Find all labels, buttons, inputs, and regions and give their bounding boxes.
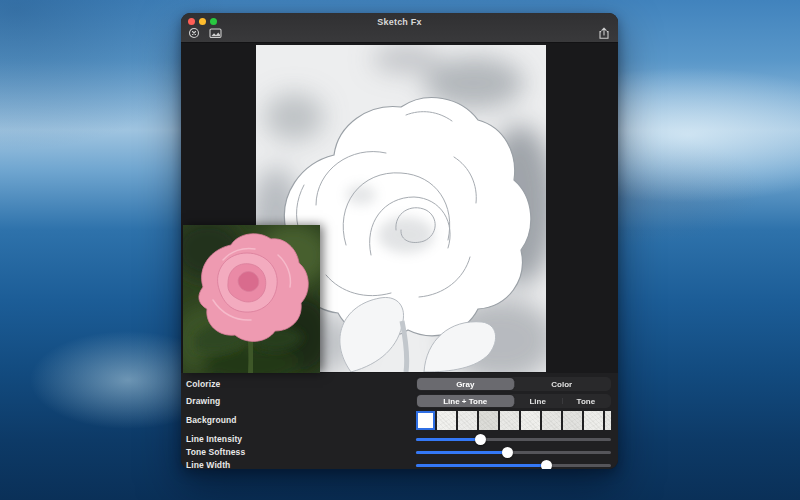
colorize-label: Colorize	[186, 379, 220, 389]
share-icon	[598, 27, 610, 40]
colorize-row: Colorize Gray Color	[186, 377, 611, 391]
colorize-option-color[interactable]: Color	[514, 378, 611, 390]
background-swatch[interactable]	[437, 411, 456, 430]
drawing-option-tone[interactable]: Tone	[562, 395, 610, 407]
background-row: Background	[186, 410, 611, 430]
line-intensity-row: Line Intensity	[186, 433, 611, 445]
background-swatch[interactable]	[416, 411, 435, 430]
open-image-button[interactable]	[209, 27, 222, 39]
background-swatch[interactable]	[521, 411, 540, 430]
drawing-row: Drawing Line + Tone Line Tone	[186, 394, 611, 408]
background-swatch[interactable]	[458, 411, 477, 430]
line-intensity-label: Line Intensity	[186, 434, 242, 444]
app-window: Sketch Fx	[181, 13, 618, 469]
titlebar: Sketch Fx	[181, 13, 618, 26]
background-swatch[interactable]	[584, 411, 603, 430]
tone-softness-row: Tone Softness	[186, 446, 611, 458]
tone-softness-label: Tone Softness	[186, 447, 245, 457]
controls-panel: Colorize Gray Color Drawing Line + Tone …	[181, 373, 618, 469]
cancel-icon	[188, 27, 200, 39]
desktop: { "window": { "title": "Sketch Fx" }, "t…	[0, 0, 800, 500]
slider-knob[interactable]	[502, 447, 513, 458]
slider-knob[interactable]	[475, 434, 486, 445]
line-intensity-slider[interactable]	[416, 433, 611, 445]
background-label: Background	[186, 415, 237, 425]
line-width-slider[interactable]	[416, 459, 611, 469]
drawing-option-line[interactable]: Line	[514, 395, 562, 407]
original-photo-thumbnail	[183, 225, 320, 373]
background-swatch[interactable]	[479, 411, 498, 430]
image-picker-icon	[209, 27, 222, 39]
line-width-row: Line Width	[186, 459, 611, 469]
background-swatch[interactable]	[605, 411, 611, 430]
drawing-segmented-control: Line + Tone Line Tone	[416, 394, 611, 408]
line-width-label: Line Width	[186, 460, 230, 469]
window-chrome: Sketch Fx	[181, 13, 618, 43]
drawing-option-line-tone[interactable]: Line + Tone	[417, 395, 514, 407]
colorize-option-gray[interactable]: Gray	[417, 378, 514, 390]
window-title: Sketch Fx	[181, 17, 618, 27]
background-swatch[interactable]	[542, 411, 561, 430]
drawing-label: Drawing	[186, 396, 220, 406]
tone-softness-slider[interactable]	[416, 446, 611, 458]
colorize-segmented-control: Gray Color	[416, 377, 611, 391]
background-swatch-strip	[416, 411, 611, 430]
background-swatch[interactable]	[563, 411, 582, 430]
toolbar	[181, 26, 618, 42]
slider-knob[interactable]	[541, 460, 552, 470]
editor-canvas	[181, 43, 618, 373]
cancel-button[interactable]	[188, 27, 200, 39]
share-button[interactable]	[598, 27, 610, 40]
background-swatch[interactable]	[500, 411, 519, 430]
